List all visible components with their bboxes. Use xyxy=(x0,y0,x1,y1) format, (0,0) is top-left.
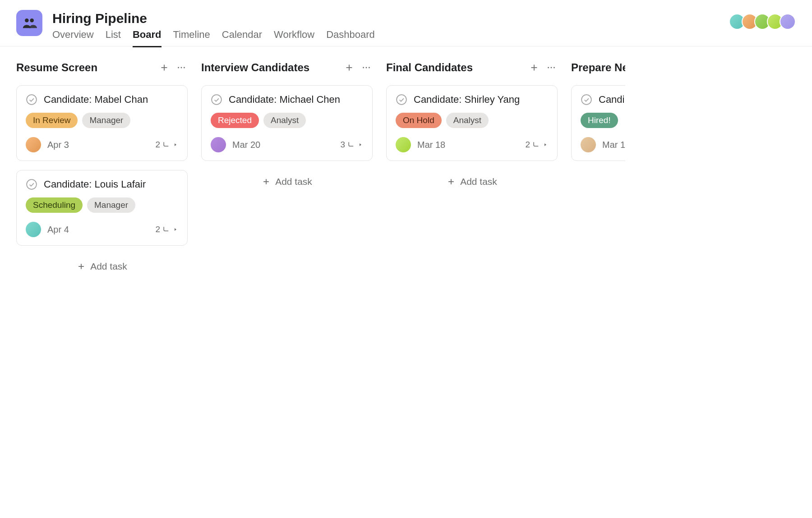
due-date: Mar 18 xyxy=(417,140,525,150)
tabs: Overview List Board Timeline Calendar Wo… xyxy=(52,29,375,47)
column-more-icon[interactable] xyxy=(360,61,373,74)
assignee-avatar[interactable] xyxy=(26,222,41,237)
add-task-button[interactable]: Add task xyxy=(16,255,188,278)
card-footer: Mar 20 3 xyxy=(211,137,363,152)
tab-board[interactable]: Board xyxy=(133,29,161,47)
column-header: Resume Screen xyxy=(16,60,188,75)
add-card-icon[interactable] xyxy=(158,61,171,74)
status-tag[interactable]: In Review xyxy=(26,113,78,128)
column-more-icon[interactable] xyxy=(175,61,188,74)
role-tag[interactable]: Manager xyxy=(87,197,135,213)
column-header: Interview Candidates xyxy=(201,60,373,75)
svg-point-18 xyxy=(212,95,221,105)
svg-marker-28 xyxy=(544,143,546,146)
add-card-icon[interactable] xyxy=(528,61,540,74)
assignee-avatar[interactable] xyxy=(211,137,226,152)
svg-point-7 xyxy=(27,95,37,105)
members-avatar-row[interactable] xyxy=(733,14,796,30)
role-tag[interactable]: Analyst xyxy=(446,113,489,128)
card-tags: In Review Manager xyxy=(26,113,178,128)
task-card[interactable]: Candidate: Louis Lafair Scheduling Manag… xyxy=(16,170,188,246)
assignee-avatar[interactable] xyxy=(26,137,41,152)
assignee-avatar[interactable] xyxy=(581,137,596,152)
card-tags: On Hold Analyst xyxy=(396,113,548,128)
svg-marker-10 xyxy=(175,228,176,231)
avatar[interactable] xyxy=(780,14,796,30)
project-title: Hiring Pipeline xyxy=(52,11,375,26)
svg-point-4 xyxy=(178,67,179,69)
card-title-row: Candidate: Louis Lafair xyxy=(26,179,178,190)
column-interview-candidates: Interview Candidates Candidate: Michael … xyxy=(201,60,373,504)
tab-list[interactable]: List xyxy=(106,29,121,47)
complete-check-icon[interactable] xyxy=(26,94,37,105)
status-tag[interactable]: Rejected xyxy=(211,113,259,128)
assignee-avatar[interactable] xyxy=(396,137,411,152)
card-title: Candidate: Louis Lafair xyxy=(44,179,146,190)
svg-point-15 xyxy=(363,67,364,69)
subtask-count: 2 xyxy=(525,140,530,150)
tab-dashboard[interactable]: Dashboard xyxy=(326,29,375,47)
card-title-row: Candidate: Michael Chen xyxy=(211,94,363,105)
complete-check-icon[interactable] xyxy=(211,94,222,105)
svg-point-1 xyxy=(30,18,34,23)
svg-point-27 xyxy=(397,95,406,105)
column-final-candidates: Final Candidates Candidate: Shirley Yang… xyxy=(386,60,558,504)
due-date: Mar 1 xyxy=(602,140,625,150)
card-title: Candidate: Shirley Yang xyxy=(414,94,520,105)
add-task-button[interactable]: Add task xyxy=(201,170,373,193)
tab-calendar[interactable]: Calendar xyxy=(222,29,262,47)
project-header: Hiring Pipeline Overview List Board Time… xyxy=(0,0,812,46)
column-title: Resume Screen xyxy=(16,61,153,74)
status-tag[interactable]: On Hold xyxy=(396,113,442,128)
column-header: Final Candidates xyxy=(386,60,558,75)
status-tag[interactable]: Scheduling xyxy=(26,197,83,213)
card-tags: Rejected Analyst xyxy=(211,113,363,128)
column-title: Final Candidates xyxy=(386,61,523,74)
add-card-icon[interactable] xyxy=(343,61,355,74)
card-title: Candi xyxy=(599,94,624,105)
svg-point-5 xyxy=(181,67,182,69)
task-card[interactable]: Candidate: Mabel Chan In Review Manager … xyxy=(16,85,188,161)
subtask-count: 3 xyxy=(340,140,345,150)
tab-timeline[interactable]: Timeline xyxy=(173,29,210,47)
svg-point-31 xyxy=(581,95,591,105)
complete-check-icon[interactable] xyxy=(581,94,592,105)
subtask-indicator[interactable]: 2 xyxy=(155,225,178,234)
card-footer: Apr 4 2 xyxy=(26,222,178,237)
card-footer: Apr 3 2 xyxy=(26,137,178,152)
task-card[interactable]: Candi Hired! Mar 1 xyxy=(571,85,625,161)
subtask-count: 2 xyxy=(155,140,160,150)
svg-point-26 xyxy=(554,67,555,69)
tab-overview[interactable]: Overview xyxy=(52,29,94,47)
column-title: Prepare Ne xyxy=(571,61,625,74)
card-title: Candidate: Michael Chen xyxy=(229,94,340,105)
due-date: Mar 20 xyxy=(232,140,340,150)
header-main: Hiring Pipeline Overview List Board Time… xyxy=(52,10,375,47)
board: Resume Screen Candidate: Mabel Chan In R… xyxy=(0,46,812,518)
task-card[interactable]: Candidate: Shirley Yang On Hold Analyst … xyxy=(386,85,558,161)
role-tag[interactable]: Analyst xyxy=(263,113,306,128)
add-task-button[interactable]: Add task xyxy=(386,170,558,193)
complete-check-icon[interactable] xyxy=(26,179,37,190)
column-more-icon[interactable] xyxy=(545,61,558,74)
task-card[interactable]: Candidate: Michael Chen Rejected Analyst… xyxy=(201,85,373,161)
card-footer: Mar 18 2 xyxy=(396,137,548,152)
project-icon xyxy=(16,10,42,36)
card-tags: Hired! xyxy=(581,113,625,128)
complete-check-icon[interactable] xyxy=(396,94,407,105)
due-date: Apr 3 xyxy=(47,140,155,150)
subtask-indicator[interactable]: 3 xyxy=(340,140,363,150)
card-title-row: Candi xyxy=(581,94,625,105)
role-tag[interactable]: Manager xyxy=(82,113,130,128)
subtask-indicator[interactable]: 2 xyxy=(525,140,548,150)
column-prepare-next: Prepare Ne Candi Hired! Mar 1 xyxy=(571,60,625,504)
subtask-indicator[interactable]: 2 xyxy=(155,140,178,150)
tab-workflow[interactable]: Workflow xyxy=(274,29,314,47)
add-task-label: Add task xyxy=(460,176,497,187)
card-title: Candidate: Mabel Chan xyxy=(44,94,148,105)
svg-point-25 xyxy=(551,67,552,69)
subtask-count: 2 xyxy=(155,225,160,234)
column-title: Interview Candidates xyxy=(201,61,338,74)
status-tag[interactable]: Hired! xyxy=(581,113,618,128)
card-tags: Scheduling Manager xyxy=(26,197,178,213)
